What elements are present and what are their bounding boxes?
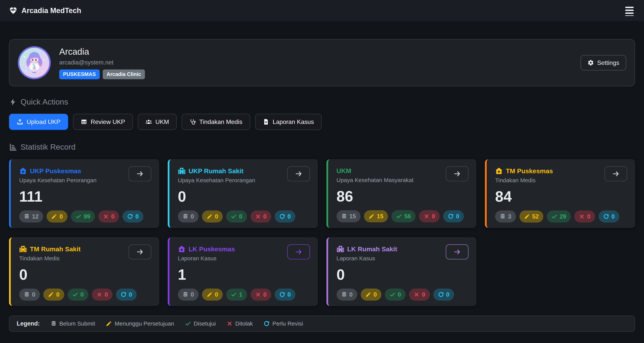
open-card-button[interactable] [287, 166, 310, 181]
settings-button[interactable]: Settings [580, 55, 626, 70]
profile-name: Arcadia [59, 47, 145, 57]
stat-card-title: TM Rumah Sakit [30, 245, 80, 253]
disetujui-badge: 0 [385, 288, 406, 301]
ukm-button[interactable]: UKM [138, 114, 177, 130]
statistics-heading: Statistik Record [9, 143, 635, 152]
stat-card-value: 1 [178, 267, 309, 282]
open-card-button[interactable] [446, 166, 468, 181]
x-icon [226, 320, 233, 327]
legend-item-belum-submit: Belum Submit [50, 320, 95, 327]
belum-submit-badge: 0 [336, 288, 357, 301]
stat-card-value: 84 [495, 189, 626, 204]
status-badges: 3 52 29 0 0 [495, 210, 626, 222]
tindakan-medis-button[interactable]: Tindakan Medis [182, 114, 250, 130]
file-medical-icon [263, 119, 269, 125]
check-icon [76, 213, 82, 219]
open-card-button[interactable] [446, 244, 468, 259]
hospital-icon [336, 245, 344, 253]
hospital-icon [19, 245, 27, 253]
upload-ukp-button[interactable]: Upload UKP [9, 114, 68, 130]
check-icon [72, 292, 78, 297]
puskesmas-badge: PUSKESMAS [59, 70, 100, 79]
open-card-button[interactable] [128, 244, 151, 259]
x-icon [424, 213, 430, 219]
avatar-image [19, 48, 49, 78]
stat-card-ukm: UKM Upaya Kesehatan Masyarakat 86 15 15 … [326, 159, 476, 228]
main-content: Arcadia arcadia@system.net PUSKESMAS Arc… [0, 39, 644, 332]
menunggu-persetujuan-badge: 0 [43, 288, 64, 301]
lightning-icon [9, 98, 17, 106]
check-icon [231, 292, 237, 297]
status-badges: 12 0 99 0 0 [19, 210, 150, 222]
stat-card-lk-puskesmas: LK Puskesmas Laporan Kasus 1 0 0 1 0 0 [168, 237, 318, 306]
menunggu-persetujuan-badge: 0 [46, 210, 67, 222]
menunggu-persetujuan-badge: 0 [361, 288, 382, 301]
belum-submit-badge: 0 [178, 288, 198, 301]
arrow-right-icon [453, 170, 461, 178]
top-navbar: Arcadia MedTech [0, 0, 644, 21]
house-medical-icon [178, 245, 186, 253]
database-icon [24, 292, 30, 297]
stethoscope-icon [189, 119, 196, 125]
profile-info: Arcadia arcadia@system.net PUSKESMAS Arc… [59, 47, 145, 79]
belum-submit-badge: 3 [495, 210, 516, 222]
rotate-icon [603, 213, 609, 219]
disetujui-badge: 0 [68, 288, 88, 301]
legend-item-menunggu-persetujuan: Menunggu Persetujuan [106, 320, 174, 327]
pencil-icon [368, 213, 374, 219]
laporan-kasus-button[interactable]: Laporan Kasus [255, 114, 322, 130]
table-cells-icon [81, 119, 87, 125]
ditolak-badge: 0 [250, 288, 271, 301]
open-card-button[interactable] [128, 166, 151, 181]
check-icon [552, 213, 557, 219]
stat-card-lk-rumah-sakit: LK Rumah Sakit Laporan Kasus 0 0 0 0 0 0 [326, 237, 476, 306]
menu-button[interactable] [624, 4, 635, 18]
check-icon [390, 292, 396, 297]
legend-item-ditolak: Ditolak [226, 320, 253, 327]
stat-card-value: 0 [178, 189, 309, 204]
rotate-icon [279, 213, 285, 219]
ditolak-badge: 0 [98, 210, 119, 222]
menunggu-persetujuan-badge: 15 [364, 210, 388, 222]
pencil-icon [106, 320, 112, 327]
house-medical-icon [19, 167, 27, 175]
x-icon [255, 292, 261, 297]
database-icon [500, 213, 506, 219]
arrow-right-icon [136, 170, 144, 178]
x-icon [579, 213, 585, 219]
open-card-button[interactable] [287, 244, 310, 259]
stat-card-title: LK Puskesmas [188, 245, 235, 253]
pencil-icon [51, 213, 57, 219]
stat-card-ukp-rumah-sakit: UKP Rumah Sakit Upaya Kesehatan Perorang… [168, 159, 318, 228]
stat-card-value: 0 [336, 267, 468, 282]
chart-icon [9, 143, 17, 151]
quick-actions-row: Upload UKP Review UKP UKM Tindakan Medis… [9, 114, 635, 130]
profile-badges: PUSKESMAS Arcadia Clinic [59, 70, 145, 79]
open-card-button[interactable] [604, 166, 627, 181]
stat-card-title: LK Rumah Sakit [347, 245, 397, 253]
stat-card-tm-rumah-sakit: TM Rumah Sakit Tindakan Medis 0 0 0 0 0 … [9, 237, 159, 306]
pencil-icon [524, 213, 530, 219]
disetujui-badge: 0 [226, 210, 247, 222]
ditolak-badge: 0 [92, 288, 112, 301]
disetujui-badge: 56 [392, 210, 415, 222]
check-icon [231, 213, 237, 219]
arrow-right-icon [453, 248, 461, 256]
status-badges: 0 0 0 0 0 [178, 210, 309, 222]
status-badges: 0 0 1 0 0 [178, 288, 309, 301]
brand: Arcadia MedTech [9, 6, 81, 15]
ditolak-badge: 0 [419, 210, 440, 222]
status-badges: 0 0 0 0 0 [336, 288, 468, 301]
perlu-revisi-badge: 0 [433, 288, 454, 301]
ditolak-badge: 0 [574, 210, 595, 222]
ditolak-badge: 0 [409, 288, 430, 301]
belum-submit-badge: 0 [19, 288, 40, 301]
disetujui-badge: 29 [547, 210, 571, 222]
database-icon [341, 292, 347, 297]
rotate-icon [448, 213, 454, 219]
users-icon [146, 119, 152, 125]
x-icon [414, 292, 420, 297]
review-ukp-button[interactable]: Review UKP [73, 114, 133, 130]
menunggu-persetujuan-badge: 0 [202, 288, 223, 301]
belum-submit-badge: 12 [19, 210, 43, 222]
